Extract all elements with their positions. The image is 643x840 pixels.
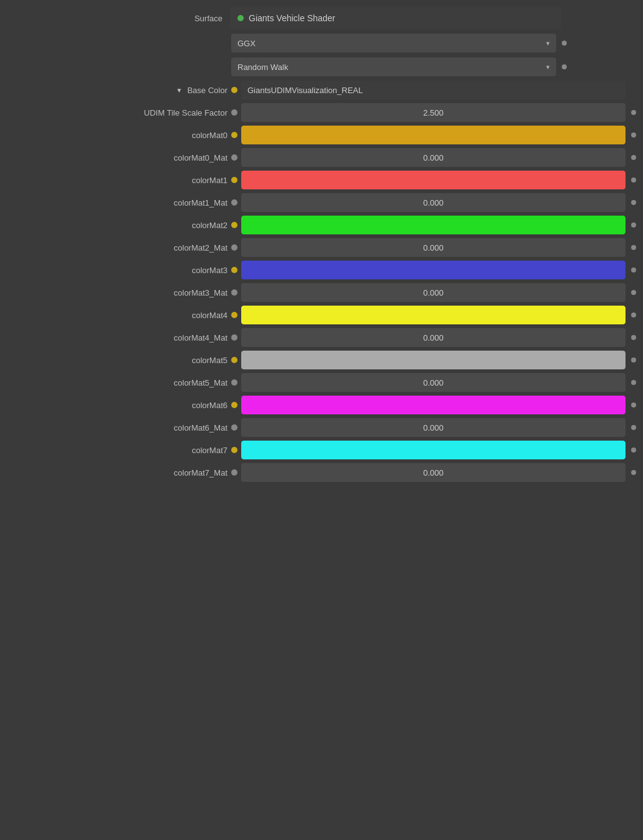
prop-row-colorMat3: colorMat3: [0, 259, 643, 281]
shader-properties-panel: Surface Giants Vehicle Shader GGX ▾ Rand…: [0, 0, 643, 489]
shader-name: Giants Vehicle Shader: [249, 13, 336, 23]
colorMat5-content: [231, 351, 626, 369]
colorMat2_Mat-end-dot: [631, 245, 636, 250]
colorMat3-color-bar[interactable]: [241, 261, 626, 279]
colorMat2_Mat-value: 0.000: [247, 243, 619, 252]
colorMat7_Mat-field[interactable]: 0.000: [241, 463, 626, 482]
colorMat1_Mat-label: colorMat1_Mat: [174, 198, 227, 208]
colorMat5_Mat-field[interactable]: 0.000: [241, 373, 626, 392]
prop-row-colorMat2_Mat: colorMat2_Mat 0.000: [0, 236, 643, 259]
colorMat0-content: [231, 126, 626, 144]
colorMat3-label: colorMat3: [192, 266, 227, 275]
colorMat1-content: [231, 171, 626, 189]
colorMat1_Mat-dot-icon: [231, 199, 237, 206]
prop-row-colorMat7_Mat: colorMat7_Mat 0.000: [0, 461, 643, 484]
colorMat0-color-bar[interactable]: [241, 126, 626, 144]
colorMat7-dot-icon: [231, 447, 237, 453]
colorMat3_Mat-label: colorMat3_Mat: [174, 288, 227, 298]
surface-field[interactable]: Giants Vehicle Shader: [230, 8, 561, 29]
surface-dot-icon: [237, 15, 244, 21]
udim_tile_scale-field[interactable]: 2.500: [241, 103, 626, 122]
colorMat7_Mat-label: colorMat7_Mat: [174, 468, 227, 478]
colorMat6-color-bar[interactable]: [241, 396, 626, 414]
colorMat5-color-bar[interactable]: [241, 351, 626, 369]
colorMat7_Mat-label-area: colorMat7_Mat: [0, 468, 231, 478]
base-color-row: ▼ Base Color GiantsUDIMVisualization_REA…: [0, 79, 643, 101]
colorMat3_Mat-field[interactable]: 0.000: [241, 283, 626, 302]
prop-row-colorMat0: colorMat0: [0, 124, 643, 146]
ggx-end-dot: [562, 41, 567, 46]
colorMat4_Mat-label: colorMat4_Mat: [174, 333, 227, 342]
colorMat3-content: [231, 261, 626, 279]
colorMat7-content: [231, 441, 626, 459]
colorMat2-label-area: colorMat2: [0, 221, 231, 230]
colorMat0-label: colorMat0: [192, 131, 227, 140]
colorMat3_Mat-value: 0.000: [247, 288, 619, 298]
colorMat5_Mat-label: colorMat5_Mat: [174, 378, 227, 388]
colorMat2_Mat-label: colorMat2_Mat: [174, 243, 227, 252]
colorMat1-color-bar[interactable]: [241, 171, 626, 189]
colorMat3_Mat-label-area: colorMat3_Mat: [0, 288, 231, 298]
colorMat2-color-swatch: [241, 216, 626, 234]
base-color-field[interactable]: GiantsUDIMVisualization_REAL: [241, 81, 626, 99]
prop-row-colorMat5_Mat: colorMat5_Mat 0.000: [0, 371, 643, 394]
prop-row-colorMat6_Mat: colorMat6_Mat 0.000: [0, 416, 643, 439]
colorMat7_Mat-end-dot: [631, 470, 636, 475]
random-walk-dropdown[interactable]: Random Walk ▾: [231, 58, 556, 76]
colorMat1_Mat-end-dot: [631, 200, 636, 205]
ggx-dropdown[interactable]: GGX ▾: [231, 34, 556, 52]
colorMat4_Mat-content: 0.000: [231, 328, 626, 347]
colorMat0_Mat-label: colorMat0_Mat: [174, 153, 227, 162]
colorMat6-end-dot: [631, 402, 636, 408]
colorMat0_Mat-field[interactable]: 0.000: [241, 148, 626, 167]
colorMat6_Mat-value: 0.000: [247, 423, 619, 432]
colorMat2-dot-icon: [231, 222, 237, 228]
colorMat7-color-bar[interactable]: [241, 441, 626, 459]
random-walk-dropdown-row: Random Walk ▾: [0, 55, 643, 79]
colorMat4-end-dot: [631, 312, 636, 318]
colorMat0-dot-icon: [231, 132, 237, 138]
prop-row-udim_tile_scale: UDIM Tile Scale Factor 2.500: [0, 101, 643, 124]
prop-row-colorMat1: colorMat1: [0, 169, 643, 191]
prop-row-colorMat1_Mat: colorMat1_Mat 0.000: [0, 191, 643, 214]
colorMat2_Mat-field[interactable]: 0.000: [241, 238, 626, 257]
colorMat7_Mat-content: 0.000: [231, 463, 626, 482]
colorMat5-end-dot: [631, 358, 636, 362]
colorMat2-label: colorMat2: [192, 221, 227, 230]
triangle-icon: ▼: [176, 87, 182, 94]
chevron-down-icon: ▾: [546, 39, 550, 48]
colorMat4-dot-icon: [231, 312, 237, 318]
colorMat1_Mat-value: 0.000: [247, 198, 619, 208]
colorMat6-label: colorMat6: [192, 401, 227, 410]
colorMat4_Mat-field[interactable]: 0.000: [241, 328, 626, 347]
colorMat6_Mat-content: 0.000: [231, 418, 626, 437]
colorMat1-end-dot: [631, 178, 636, 182]
colorMat6_Mat-field[interactable]: 0.000: [241, 418, 626, 437]
prop-row-colorMat6: colorMat6: [0, 394, 643, 416]
colorMat1_Mat-field[interactable]: 0.000: [241, 193, 626, 212]
colorMat2_Mat-content: 0.000: [231, 238, 626, 257]
udim_tile_scale-end-dot: [631, 110, 636, 115]
colorMat4_Mat-end-dot: [631, 335, 636, 340]
colorMat2-color-bar[interactable]: [241, 216, 626, 234]
colorMat4_Mat-dot-icon: [231, 334, 237, 341]
prop-row-colorMat2: colorMat2: [0, 214, 643, 236]
prop-row-colorMat0_Mat: colorMat0_Mat 0.000: [0, 146, 643, 169]
colorMat0-color-swatch: [241, 126, 626, 144]
colorMat2-end-dot: [631, 222, 636, 228]
colorMat2_Mat-dot-icon: [231, 244, 237, 251]
udim_tile_scale-label: UDIM Tile Scale Factor: [144, 108, 227, 118]
colorMat4_Mat-value: 0.000: [247, 333, 619, 342]
chevron-down-icon: ▾: [546, 63, 550, 71]
colorMat4-content: [231, 306, 626, 324]
colorMat0_Mat-end-dot: [631, 155, 636, 160]
prop-row-colorMat4: colorMat4: [0, 304, 643, 326]
colorMat3-end-dot: [631, 268, 636, 272]
colorMat6-color-swatch: [241, 396, 626, 414]
colorMat7_Mat-dot-icon: [231, 469, 237, 476]
colorMat4-color-bar[interactable]: [241, 306, 626, 324]
colorMat1-label: colorMat1: [192, 176, 227, 185]
random-walk-value: Random Walk: [237, 62, 288, 72]
colorMat6_Mat-label: colorMat6_Mat: [174, 423, 227, 432]
colorMat4-label: colorMat4: [192, 311, 227, 320]
